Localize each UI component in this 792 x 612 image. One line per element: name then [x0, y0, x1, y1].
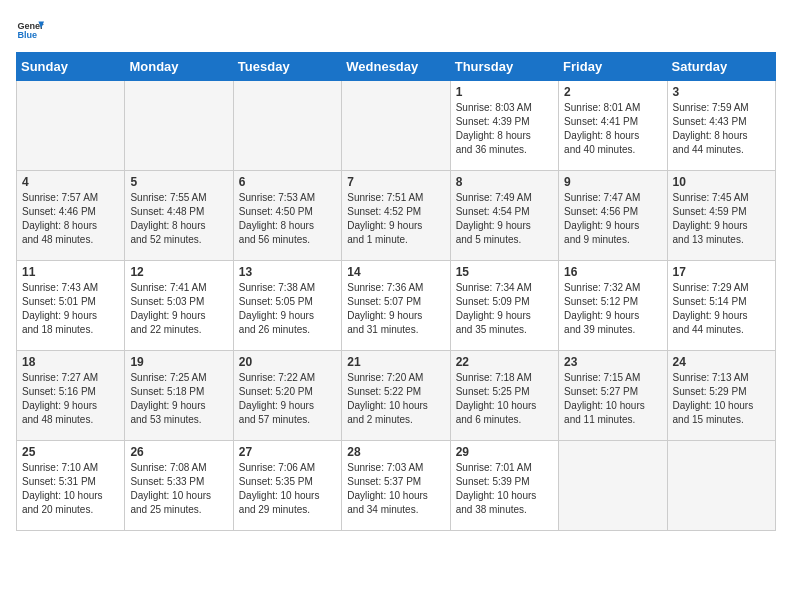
header-cell-friday: Friday	[559, 53, 667, 81]
day-number: 21	[347, 355, 444, 369]
day-number: 22	[456, 355, 553, 369]
day-info: Sunrise: 7:59 AM Sunset: 4:43 PM Dayligh…	[673, 101, 770, 157]
calendar-cell: 16Sunrise: 7:32 AM Sunset: 5:12 PM Dayli…	[559, 261, 667, 351]
day-number: 25	[22, 445, 119, 459]
day-info: Sunrise: 7:53 AM Sunset: 4:50 PM Dayligh…	[239, 191, 336, 247]
day-info: Sunrise: 8:03 AM Sunset: 4:39 PM Dayligh…	[456, 101, 553, 157]
day-info: Sunrise: 7:32 AM Sunset: 5:12 PM Dayligh…	[564, 281, 661, 337]
calendar-week-row: 1Sunrise: 8:03 AM Sunset: 4:39 PM Daylig…	[17, 81, 776, 171]
calendar-cell	[125, 81, 233, 171]
calendar-cell: 14Sunrise: 7:36 AM Sunset: 5:07 PM Dayli…	[342, 261, 450, 351]
calendar-cell: 10Sunrise: 7:45 AM Sunset: 4:59 PM Dayli…	[667, 171, 775, 261]
day-info: Sunrise: 7:10 AM Sunset: 5:31 PM Dayligh…	[22, 461, 119, 517]
day-info: Sunrise: 7:36 AM Sunset: 5:07 PM Dayligh…	[347, 281, 444, 337]
calendar-cell: 9Sunrise: 7:47 AM Sunset: 4:56 PM Daylig…	[559, 171, 667, 261]
day-number: 12	[130, 265, 227, 279]
day-info: Sunrise: 7:27 AM Sunset: 5:16 PM Dayligh…	[22, 371, 119, 427]
svg-text:Blue: Blue	[17, 30, 37, 40]
day-number: 19	[130, 355, 227, 369]
calendar-cell: 25Sunrise: 7:10 AM Sunset: 5:31 PM Dayli…	[17, 441, 125, 531]
day-info: Sunrise: 7:43 AM Sunset: 5:01 PM Dayligh…	[22, 281, 119, 337]
calendar-cell: 4Sunrise: 7:57 AM Sunset: 4:46 PM Daylig…	[17, 171, 125, 261]
header-cell-wednesday: Wednesday	[342, 53, 450, 81]
day-number: 2	[564, 85, 661, 99]
calendar-cell: 23Sunrise: 7:15 AM Sunset: 5:27 PM Dayli…	[559, 351, 667, 441]
calendar-cell: 11Sunrise: 7:43 AM Sunset: 5:01 PM Dayli…	[17, 261, 125, 351]
calendar-week-row: 25Sunrise: 7:10 AM Sunset: 5:31 PM Dayli…	[17, 441, 776, 531]
day-info: Sunrise: 7:51 AM Sunset: 4:52 PM Dayligh…	[347, 191, 444, 247]
day-info: Sunrise: 8:01 AM Sunset: 4:41 PM Dayligh…	[564, 101, 661, 157]
day-info: Sunrise: 7:15 AM Sunset: 5:27 PM Dayligh…	[564, 371, 661, 427]
calendar-cell: 1Sunrise: 8:03 AM Sunset: 4:39 PM Daylig…	[450, 81, 558, 171]
calendar-cell: 12Sunrise: 7:41 AM Sunset: 5:03 PM Dayli…	[125, 261, 233, 351]
day-number: 4	[22, 175, 119, 189]
day-number: 6	[239, 175, 336, 189]
calendar-cell: 7Sunrise: 7:51 AM Sunset: 4:52 PM Daylig…	[342, 171, 450, 261]
header-cell-thursday: Thursday	[450, 53, 558, 81]
day-number: 13	[239, 265, 336, 279]
day-number: 8	[456, 175, 553, 189]
day-info: Sunrise: 7:18 AM Sunset: 5:25 PM Dayligh…	[456, 371, 553, 427]
day-number: 26	[130, 445, 227, 459]
calendar-cell: 8Sunrise: 7:49 AM Sunset: 4:54 PM Daylig…	[450, 171, 558, 261]
calendar-cell	[17, 81, 125, 171]
logo-icon: General Blue	[16, 16, 44, 44]
day-number: 24	[673, 355, 770, 369]
header-cell-saturday: Saturday	[667, 53, 775, 81]
calendar-cell: 22Sunrise: 7:18 AM Sunset: 5:25 PM Dayli…	[450, 351, 558, 441]
calendar-cell	[559, 441, 667, 531]
calendar-cell	[667, 441, 775, 531]
day-info: Sunrise: 7:08 AM Sunset: 5:33 PM Dayligh…	[130, 461, 227, 517]
day-info: Sunrise: 7:57 AM Sunset: 4:46 PM Dayligh…	[22, 191, 119, 247]
day-number: 5	[130, 175, 227, 189]
day-number: 15	[456, 265, 553, 279]
header-cell-sunday: Sunday	[17, 53, 125, 81]
page-header: General Blue	[16, 16, 776, 44]
calendar-cell	[233, 81, 341, 171]
calendar-cell: 28Sunrise: 7:03 AM Sunset: 5:37 PM Dayli…	[342, 441, 450, 531]
day-number: 3	[673, 85, 770, 99]
day-info: Sunrise: 7:25 AM Sunset: 5:18 PM Dayligh…	[130, 371, 227, 427]
day-number: 29	[456, 445, 553, 459]
day-info: Sunrise: 7:34 AM Sunset: 5:09 PM Dayligh…	[456, 281, 553, 337]
calendar-cell: 2Sunrise: 8:01 AM Sunset: 4:41 PM Daylig…	[559, 81, 667, 171]
calendar-week-row: 4Sunrise: 7:57 AM Sunset: 4:46 PM Daylig…	[17, 171, 776, 261]
day-number: 16	[564, 265, 661, 279]
day-info: Sunrise: 7:49 AM Sunset: 4:54 PM Dayligh…	[456, 191, 553, 247]
header-cell-monday: Monday	[125, 53, 233, 81]
calendar-cell: 5Sunrise: 7:55 AM Sunset: 4:48 PM Daylig…	[125, 171, 233, 261]
calendar-cell: 21Sunrise: 7:20 AM Sunset: 5:22 PM Dayli…	[342, 351, 450, 441]
day-number: 10	[673, 175, 770, 189]
day-number: 27	[239, 445, 336, 459]
day-number: 11	[22, 265, 119, 279]
calendar-cell: 27Sunrise: 7:06 AM Sunset: 5:35 PM Dayli…	[233, 441, 341, 531]
day-info: Sunrise: 7:47 AM Sunset: 4:56 PM Dayligh…	[564, 191, 661, 247]
calendar-table: SundayMondayTuesdayWednesdayThursdayFrid…	[16, 52, 776, 531]
day-number: 18	[22, 355, 119, 369]
day-number: 1	[456, 85, 553, 99]
day-info: Sunrise: 7:13 AM Sunset: 5:29 PM Dayligh…	[673, 371, 770, 427]
header-cell-tuesday: Tuesday	[233, 53, 341, 81]
calendar-cell: 29Sunrise: 7:01 AM Sunset: 5:39 PM Dayli…	[450, 441, 558, 531]
day-info: Sunrise: 7:29 AM Sunset: 5:14 PM Dayligh…	[673, 281, 770, 337]
calendar-week-row: 11Sunrise: 7:43 AM Sunset: 5:01 PM Dayli…	[17, 261, 776, 351]
calendar-cell: 15Sunrise: 7:34 AM Sunset: 5:09 PM Dayli…	[450, 261, 558, 351]
calendar-cell: 19Sunrise: 7:25 AM Sunset: 5:18 PM Dayli…	[125, 351, 233, 441]
calendar-week-row: 18Sunrise: 7:27 AM Sunset: 5:16 PM Dayli…	[17, 351, 776, 441]
calendar-cell	[342, 81, 450, 171]
calendar-cell: 18Sunrise: 7:27 AM Sunset: 5:16 PM Dayli…	[17, 351, 125, 441]
day-number: 23	[564, 355, 661, 369]
day-number: 28	[347, 445, 444, 459]
calendar-cell: 17Sunrise: 7:29 AM Sunset: 5:14 PM Dayli…	[667, 261, 775, 351]
calendar-cell: 26Sunrise: 7:08 AM Sunset: 5:33 PM Dayli…	[125, 441, 233, 531]
calendar-cell: 6Sunrise: 7:53 AM Sunset: 4:50 PM Daylig…	[233, 171, 341, 261]
day-info: Sunrise: 7:45 AM Sunset: 4:59 PM Dayligh…	[673, 191, 770, 247]
calendar-header-row: SundayMondayTuesdayWednesdayThursdayFrid…	[17, 53, 776, 81]
day-number: 17	[673, 265, 770, 279]
day-info: Sunrise: 7:22 AM Sunset: 5:20 PM Dayligh…	[239, 371, 336, 427]
day-number: 14	[347, 265, 444, 279]
day-info: Sunrise: 7:06 AM Sunset: 5:35 PM Dayligh…	[239, 461, 336, 517]
calendar-cell: 13Sunrise: 7:38 AM Sunset: 5:05 PM Dayli…	[233, 261, 341, 351]
day-number: 7	[347, 175, 444, 189]
day-info: Sunrise: 7:38 AM Sunset: 5:05 PM Dayligh…	[239, 281, 336, 337]
